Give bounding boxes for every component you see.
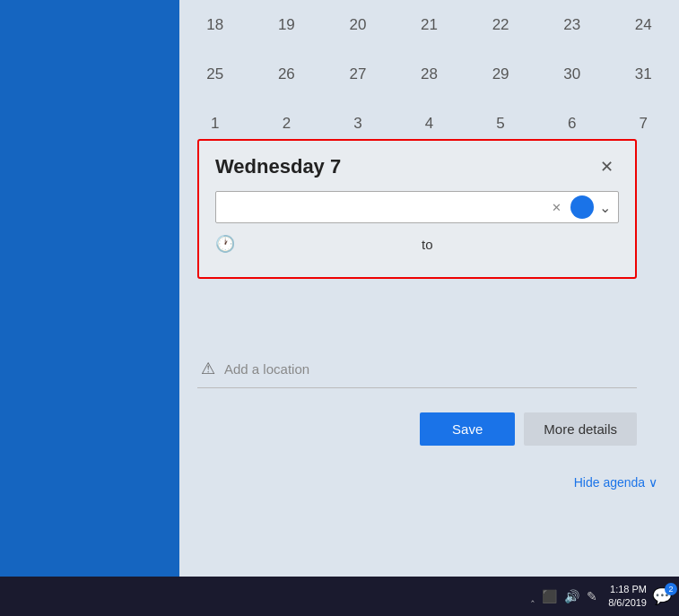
time-row: 🕐 to (215, 232, 619, 256)
taskbar-date: 8/6/2019 (608, 596, 647, 610)
cal-cell-29[interactable]: 29 (465, 65, 536, 83)
location-placeholder[interactable]: Add a location (224, 361, 309, 377)
clock-icon: 🕐 (215, 234, 235, 254)
event-name-input[interactable] (222, 196, 546, 219)
calendar-grid: 18 19 20 21 22 23 24 25 26 27 28 29 30 3… (179, 0, 679, 148)
save-button[interactable]: Save (420, 412, 515, 446)
left-sidebar (0, 0, 179, 616)
event-popup: Wednesday 7 ✕ ✕ ⌄ 🕐 to (197, 139, 637, 279)
taskbar: ‸ ⬛ 🔊 ✎ 1:18 PM 8/6/2019 💬 2 (0, 577, 679, 616)
cal-cell-2[interactable]: 2 (251, 115, 323, 133)
cal-cell-30[interactable]: 30 (536, 65, 608, 83)
cal-cell-23[interactable]: 23 (536, 16, 608, 34)
cal-cell-28[interactable]: 28 (394, 65, 466, 83)
popup-title: Wednesday 7 (215, 155, 341, 178)
cal-cell-5[interactable]: 5 (465, 115, 536, 133)
cal-cell-7[interactable]: 7 (607, 115, 679, 133)
cal-cell-24[interactable]: 24 (607, 16, 679, 34)
taskbar-time: 1:18 PM 8/6/2019 (608, 583, 647, 611)
calendar-row-2: 25 26 27 28 29 30 31 (179, 49, 679, 99)
cal-cell-26[interactable]: 26 (251, 65, 323, 83)
cal-cell-20[interactable]: 20 (322, 16, 394, 34)
volume-icon[interactable]: 🔊 (564, 589, 579, 603)
cal-cell-18[interactable]: 18 (179, 16, 251, 34)
action-buttons: Save More details (197, 412, 637, 446)
popup-header: Wednesday 7 ✕ (215, 155, 619, 178)
location-icon: ⚠ (201, 359, 215, 378)
time-separator: to (422, 237, 433, 252)
cal-cell-27[interactable]: 27 (322, 65, 394, 83)
cal-cell-3[interactable]: 3 (322, 115, 394, 133)
cal-cell-31[interactable]: 31 (607, 65, 679, 83)
cal-cell-21[interactable]: 21 (394, 16, 466, 34)
end-time-input[interactable] (440, 237, 611, 252)
notification-badge: 2 (665, 583, 677, 595)
notification-icon[interactable]: 💬 2 (652, 586, 672, 606)
cal-cell-1[interactable]: 1 (179, 115, 251, 133)
monitor-icon[interactable]: ⬛ (542, 589, 557, 603)
cal-cell-22[interactable]: 22 (465, 16, 536, 34)
taskbar-clock: 1:18 PM (608, 583, 647, 596)
cal-cell-4[interactable]: 4 (394, 115, 466, 133)
location-row: ⚠ Add a location (197, 350, 637, 388)
input-clear-icon[interactable]: ✕ (546, 201, 567, 214)
chevron-down-button[interactable]: ⌄ (597, 199, 613, 216)
cal-cell-19[interactable]: 19 (251, 16, 323, 34)
cal-cell-25[interactable]: 25 (179, 65, 251, 83)
popup-close-button[interactable]: ✕ (595, 157, 619, 177)
event-input-row: ✕ ⌄ (215, 191, 619, 223)
start-time-input[interactable] (244, 237, 414, 252)
cal-cell-6[interactable]: 6 (536, 115, 608, 133)
more-details-button[interactable]: More details (524, 412, 637, 446)
calendar-row-1: 18 19 20 21 22 23 24 (179, 0, 679, 49)
system-tray-expand-icon[interactable]: ‸ (531, 591, 535, 603)
calendar-area: 18 19 20 21 22 23 24 25 26 27 28 29 30 3… (179, 0, 679, 616)
color-dot[interactable] (570, 195, 594, 219)
taskbar-icons: ‸ ⬛ 🔊 ✎ (531, 589, 597, 603)
hide-agenda-link[interactable]: Hide agenda ∨ (574, 475, 657, 490)
pen-icon[interactable]: ✎ (587, 589, 597, 603)
